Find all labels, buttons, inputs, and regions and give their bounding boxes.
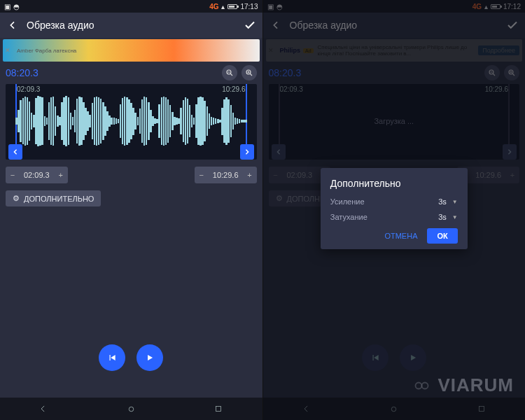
play-button[interactable]	[136, 344, 163, 371]
app-bar: Обрезка аудио	[0, 13, 262, 38]
wave-end-label: 10:29.6	[222, 85, 245, 93]
status-bar: ▣ ◓ 4G ▴ 17:13	[0, 0, 262, 13]
fade-in-select[interactable]: 3s ▼	[438, 197, 458, 206]
screenshot-left: ▣ ◓ 4G ▴ 17:13 Обрезка аудио ✕ Amber Фар…	[0, 0, 263, 420]
wave-start-label: 02:09.3	[17, 85, 40, 93]
svg-rect-3	[216, 407, 221, 412]
android-navbar	[0, 398, 262, 420]
range-start-value: 02:09.3	[20, 171, 54, 179]
advanced-label: ДОПОЛНИТЕЛЬНО	[24, 195, 94, 203]
zoom-in-button[interactable]	[241, 65, 257, 80]
network-4g-icon: 4G	[209, 3, 218, 10]
gear-icon: ⚙	[13, 194, 20, 203]
advanced-button[interactable]: ⚙ ДОПОЛНИТЕЛЬНО	[6, 190, 101, 206]
advanced-dialog: Дополнительно Усиление 3s ▼ Затухание 3s…	[321, 168, 468, 249]
range-start-plus[interactable]: +	[54, 171, 68, 179]
battery-icon	[227, 4, 237, 9]
ad-text: Amber Фарба латексна	[13, 48, 260, 54]
time-zoom-row: 08:20.3	[0, 63, 262, 83]
nav-home-button[interactable]	[124, 402, 138, 416]
chevron-down-icon: ▼	[452, 199, 458, 205]
range-start-pill: − 02:09.3 +	[6, 167, 68, 183]
waveform-area[interactable]: 02:09.3 10:29.6	[6, 84, 257, 160]
playback-controls	[0, 344, 262, 371]
range-end-pill: − 10:29.6 +	[195, 167, 257, 183]
back-button[interactable]	[6, 18, 20, 32]
range-end-minus[interactable]: −	[195, 171, 209, 179]
nav-recent-button[interactable]	[211, 402, 225, 416]
notification-icon: ▣	[4, 3, 10, 10]
range-end-plus[interactable]: +	[243, 171, 257, 179]
chevron-down-icon: ▼	[452, 214, 458, 220]
zoom-out-button[interactable]	[222, 65, 237, 80]
dialog-cancel-button[interactable]: ОТМЕНА	[380, 229, 421, 243]
previous-button[interactable]	[99, 344, 125, 371]
current-time-label: 08:20.3	[6, 67, 38, 78]
svg-point-2	[129, 407, 134, 412]
fade-out-label: Затухание	[330, 213, 368, 221]
trim-handle-left[interactable]	[8, 144, 22, 160]
waveform-canvas[interactable]	[6, 94, 257, 148]
status-time: 17:13	[240, 3, 258, 10]
page-title: Обрезка аудио	[27, 20, 243, 31]
signal-icon: ▴	[221, 3, 225, 10]
screenshot-right: ▣ ◓ 4G ▴ 17:12 Обрезка аудио ✕ Philips A…	[263, 0, 526, 420]
range-end-value: 10:29.6	[209, 171, 243, 179]
range-start-minus[interactable]: −	[6, 171, 20, 179]
ad-close-icon[interactable]: ✕	[3, 47, 13, 54]
fade-in-label: Усиление	[330, 197, 365, 206]
fade-out-select[interactable]: 3s ▼	[438, 213, 458, 221]
dialog-title: Дополнительно	[330, 178, 458, 189]
nav-back-button[interactable]	[36, 402, 50, 416]
confirm-button[interactable]	[243, 18, 257, 32]
cloud-icon: ◓	[13, 3, 20, 10]
trim-handle-right[interactable]	[240, 144, 254, 160]
ad-banner[interactable]: ✕ Amber Фарба латексна	[3, 39, 260, 62]
dialog-ok-button[interactable]: ОК	[427, 228, 457, 244]
